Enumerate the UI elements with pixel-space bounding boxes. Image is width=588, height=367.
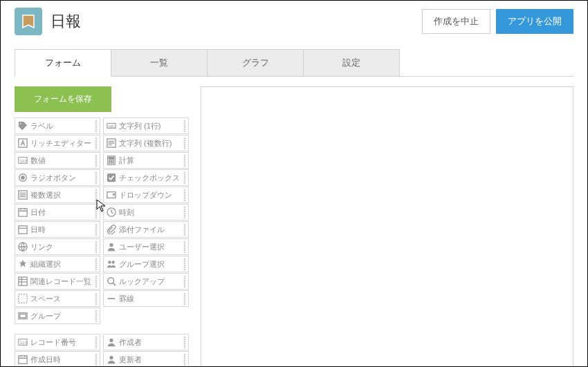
field-lookup[interactable]: ルックアップ	[103, 273, 189, 290]
time-icon	[104, 207, 119, 217]
field-label: 更新者	[119, 355, 181, 365]
svg-point-35	[109, 339, 113, 342]
field-cuser[interactable]: 作成者	[103, 334, 189, 350]
svg-rect-7	[19, 226, 27, 234]
field-label: レコード番号	[30, 337, 93, 348]
field-multi[interactable]: 複数選択	[15, 187, 100, 203]
ctime-icon	[15, 355, 30, 364]
field-label: リッチエディター	[30, 138, 93, 149]
field-user[interactable]: ユーザー選択	[103, 238, 189, 255]
field-label: 時刻	[119, 207, 181, 218]
field-muser[interactable]: 更新者	[103, 351, 189, 367]
field-label: ドロップダウン	[119, 190, 181, 200]
field-label: 日付	[30, 207, 93, 218]
svg-text:ABC: ABC	[108, 124, 116, 129]
field-rich[interactable]: リッチエディター	[15, 135, 100, 151]
tab-graph[interactable]: グラフ	[207, 49, 304, 76]
field-label: 文字列 (複数行)	[119, 138, 181, 149]
field-check[interactable]: チェックボックス	[103, 169, 189, 186]
svg-point-23	[113, 162, 113, 163]
field-datetime[interactable]: 日時	[15, 221, 100, 238]
field-label: 関連レコード一覧	[30, 276, 93, 287]
field-label: 作成日時	[30, 355, 93, 365]
field-time[interactable]: 時刻	[103, 204, 189, 220]
field-label: 計算	[119, 156, 181, 166]
field-label: ルックアップ	[119, 276, 181, 287]
field-label: 作成者	[119, 337, 181, 348]
svg-point-4	[21, 176, 24, 179]
field-label: グループ	[30, 311, 93, 321]
svg-point-22	[111, 162, 111, 163]
field-org[interactable]: 組織選択	[15, 256, 100, 272]
drop-icon	[104, 190, 119, 200]
field-attach[interactable]: 添付ファイル	[103, 221, 189, 238]
svg-rect-33	[19, 356, 27, 364]
field-label[interactable]: ラベル	[15, 117, 100, 134]
field-related[interactable]: 関連レコード一覧	[15, 273, 100, 290]
svg-rect-12	[20, 314, 26, 317]
field-number[interactable]: 123数値	[15, 152, 100, 169]
field-date[interactable]: 日付	[15, 204, 100, 220]
calc-icon	[104, 156, 119, 165]
textm-icon	[104, 138, 119, 148]
check-icon	[104, 173, 119, 182]
field-label: ユーザー選択	[119, 242, 181, 252]
field-recno[interactable]: 123レコード番号	[15, 334, 100, 350]
field-drop[interactable]: ドロップダウン	[103, 187, 189, 203]
space-icon	[15, 294, 30, 303]
field-link[interactable]: リンク	[15, 238, 100, 255]
field-text1[interactable]: ABC文字列 (1行)	[103, 117, 189, 134]
recno-icon: 123	[15, 337, 30, 347]
rich-icon	[15, 138, 30, 148]
radio-icon	[15, 173, 30, 182]
cancel-button[interactable]: 作成を中止	[422, 9, 490, 34]
tab-settings[interactable]: 設定	[303, 49, 400, 76]
user-icon	[104, 242, 119, 252]
svg-rect-24	[107, 173, 116, 182]
multi-icon	[15, 190, 30, 200]
svg-text:123: 123	[20, 158, 28, 163]
tab-list[interactable]: 一覧	[111, 49, 208, 76]
field-label: リンク	[30, 242, 93, 252]
field-group[interactable]: グループ	[15, 308, 100, 324]
field-space[interactable]: スペース	[15, 290, 100, 307]
field-label: 添付ファイル	[119, 225, 181, 235]
save-form-button[interactable]: フォームを保存	[15, 86, 111, 112]
groupsel-icon	[104, 259, 119, 269]
page-title: 日報	[50, 11, 422, 32]
svg-point-20	[113, 160, 113, 161]
svg-rect-6	[19, 209, 27, 216]
field-label: チェックボックス	[119, 173, 181, 183]
related-icon	[15, 276, 30, 286]
svg-point-36	[109, 356, 113, 359]
svg-rect-17	[109, 158, 114, 160]
lookup-icon	[104, 276, 119, 286]
field-calc[interactable]: 計算	[103, 152, 189, 169]
svg-point-21	[109, 162, 110, 163]
field-label: 組織選択	[30, 259, 93, 270]
app-icon	[15, 8, 42, 35]
attach-icon	[104, 225, 119, 234]
field-label: 罫線	[119, 294, 181, 304]
field-radio[interactable]: ラジオボタン	[15, 169, 100, 186]
field-groupsel[interactable]: グループ選択	[103, 256, 189, 272]
field-label: スペース	[30, 294, 93, 304]
date-icon	[15, 207, 30, 217]
field-label: 日時	[30, 225, 93, 235]
svg-point-30	[108, 278, 114, 284]
group-icon	[15, 311, 30, 321]
form-canvas[interactable]	[201, 86, 573, 367]
field-label: ラベル	[30, 121, 93, 131]
field-ctime[interactable]: 作成日時	[15, 351, 100, 367]
field-line[interactable]: 罫線	[103, 290, 189, 307]
svg-point-19	[111, 160, 111, 161]
link-icon	[15, 242, 30, 252]
svg-point-27	[109, 243, 113, 247]
field-label: ラジオボタン	[30, 173, 93, 183]
org-icon	[15, 259, 30, 269]
field-label: グループ選択	[119, 259, 181, 270]
field-textm[interactable]: 文字列 (複数行)	[103, 135, 189, 151]
tab-form[interactable]: フォーム	[15, 49, 111, 77]
field-label: 数値	[30, 156, 93, 166]
publish-button[interactable]: アプリを公開	[496, 9, 573, 34]
